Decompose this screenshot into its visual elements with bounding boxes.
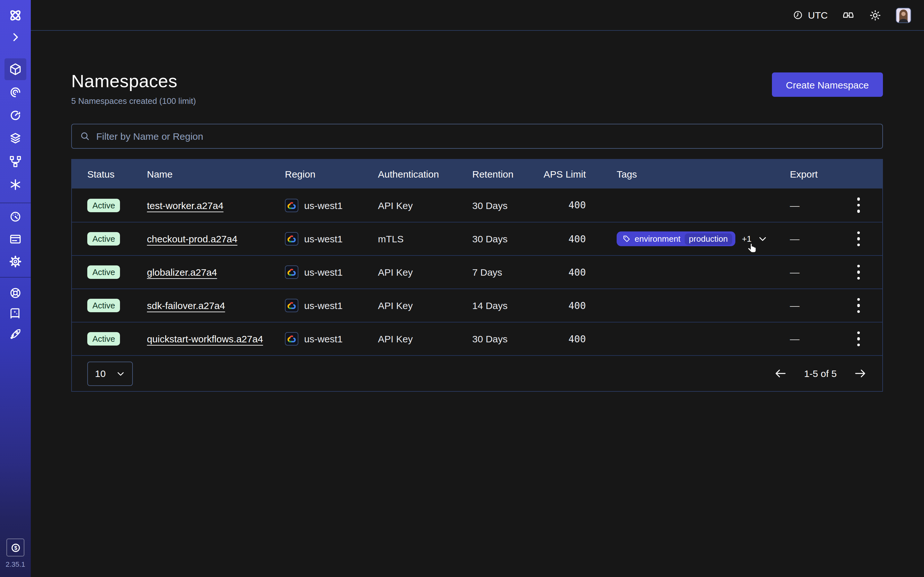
tags-cell: environment production +1 bbox=[586, 231, 758, 246]
app-root: $ 2.35.1 UTC bbox=[0, 0, 924, 577]
topbar: UTC bbox=[31, 0, 924, 31]
sidebar-item-spiral[interactable] bbox=[0, 85, 31, 99]
chevron-down-icon bbox=[116, 369, 125, 378]
aps-limit-cell: 400 bbox=[530, 233, 586, 245]
sidebar-item-layers[interactable] bbox=[0, 131, 31, 145]
sidebar-item-support[interactable] bbox=[0, 286, 31, 300]
lifebuoy-icon bbox=[8, 286, 23, 300]
namespace-link[interactable]: globalizer.a27a4 bbox=[147, 267, 217, 277]
aps-limit-cell: 400 bbox=[530, 333, 586, 345]
auth-cell: API Key bbox=[378, 267, 472, 277]
auth-cell: API Key bbox=[378, 300, 472, 311]
status-badge: Active bbox=[87, 299, 120, 312]
region-cell: us-west1 bbox=[285, 232, 378, 245]
namespace-link[interactable]: checkout-prod.a27a4 bbox=[147, 234, 237, 244]
arrow-right-icon bbox=[853, 367, 867, 380]
app-version: 2.35.1 bbox=[0, 560, 31, 568]
tags-overflow-count: +1 bbox=[742, 234, 752, 243]
spiral-icon bbox=[8, 85, 23, 99]
row-menu-button[interactable] bbox=[857, 332, 860, 347]
sidebar-item-docs[interactable] bbox=[0, 306, 31, 321]
temporal-logo-icon[interactable] bbox=[0, 7, 31, 24]
column-header-tags: Tags bbox=[586, 169, 758, 179]
sun-icon bbox=[869, 9, 882, 21]
search-icon bbox=[79, 131, 90, 142]
filter-input[interactable] bbox=[96, 131, 875, 142]
column-header-aps-limit: APS Limit bbox=[530, 169, 586, 179]
billing-badge-button[interactable]: $ bbox=[6, 538, 24, 556]
gcp-cloud-icon bbox=[285, 232, 298, 245]
region-cell: us-west1 bbox=[285, 266, 378, 279]
namespace-link[interactable]: sdk-failover.a27a4 bbox=[147, 300, 225, 311]
sidebar-item-getting-started[interactable] bbox=[0, 327, 31, 341]
row-menu-button[interactable] bbox=[857, 231, 860, 247]
sidebar-item-branch[interactable] bbox=[0, 155, 31, 169]
aps-limit-cell: 400 bbox=[530, 199, 586, 211]
sidebar-item-settings[interactable] bbox=[0, 255, 31, 269]
sidebar-divider bbox=[0, 203, 31, 203]
sidebar-item-asterisk[interactable] bbox=[0, 177, 31, 192]
auth-cell: API Key bbox=[378, 200, 472, 211]
page-size-select[interactable]: 10 bbox=[87, 361, 133, 386]
sidebar-expand-button[interactable] bbox=[0, 30, 31, 44]
row-menu-button[interactable] bbox=[857, 265, 860, 280]
status-badge: Active bbox=[87, 266, 120, 279]
glasses-icon bbox=[842, 9, 855, 21]
table-header: Status Name Region Authentication Retent… bbox=[72, 160, 882, 189]
filter-bar[interactable] bbox=[71, 124, 883, 149]
row-menu-button[interactable] bbox=[857, 298, 860, 313]
export-cell: — bbox=[758, 300, 835, 311]
create-namespace-button[interactable]: Create Namespace bbox=[772, 73, 883, 97]
gcp-cloud-icon bbox=[285, 299, 298, 312]
avatar[interactable] bbox=[896, 7, 911, 23]
page-subtitle: 5 Namespaces created (100 limit) bbox=[71, 96, 196, 106]
column-header-authentication: Authentication bbox=[378, 169, 472, 179]
table-footer: 10 1-5 of 5 bbox=[72, 355, 882, 391]
table-row: Active globalizer.a27a4 us-west1 bbox=[72, 255, 882, 288]
region-cell: us-west1 bbox=[285, 332, 378, 346]
auth-cell: mTLS bbox=[378, 234, 472, 244]
region-label: us-west1 bbox=[304, 200, 342, 211]
retention-cell: 30 Days bbox=[472, 334, 530, 344]
aps-limit-cell: 400 bbox=[530, 300, 586, 311]
labs-toggle-button[interactable] bbox=[842, 9, 855, 21]
namespace-link[interactable]: quickstart-workflows.a27a4 bbox=[147, 334, 263, 344]
auth-cell: API Key bbox=[378, 334, 472, 344]
table-row: Active test-worker.a27a4 us-west1 bbox=[72, 189, 882, 222]
page-content: Namespaces 5 Namespaces created (100 lim… bbox=[71, 31, 883, 392]
gcp-cloud-icon bbox=[285, 266, 298, 279]
prev-page-button[interactable] bbox=[774, 367, 787, 380]
retention-cell: 7 Days bbox=[472, 267, 530, 277]
aps-limit-cell: 400 bbox=[530, 266, 586, 278]
sidebar-item-gauge[interactable] bbox=[0, 210, 31, 224]
chevron-right-icon bbox=[10, 31, 21, 43]
region-label: us-west1 bbox=[304, 267, 342, 277]
column-header-export: Export bbox=[758, 169, 835, 179]
tag-pill[interactable]: environment production bbox=[617, 231, 736, 246]
gcp-cloud-icon bbox=[285, 332, 298, 346]
tag-key: environment bbox=[635, 234, 680, 243]
cube-namespaces-icon bbox=[8, 62, 23, 76]
sidebar-item-timer[interactable] bbox=[0, 108, 31, 122]
gcp-cloud-icon bbox=[285, 198, 298, 212]
sidebar-item-card[interactable] bbox=[0, 232, 31, 246]
namespace-link[interactable]: test-worker.a27a4 bbox=[147, 200, 223, 211]
region-label: us-west1 bbox=[304, 300, 342, 311]
rocket-icon bbox=[8, 327, 23, 341]
main-area: UTC bbox=[31, 0, 924, 577]
column-header-region: Region bbox=[285, 169, 378, 179]
tag-icon bbox=[622, 235, 631, 243]
pagination-range: 1-5 of 5 bbox=[804, 368, 837, 379]
timezone-selector[interactable]: UTC bbox=[792, 10, 828, 21]
theme-toggle-button[interactable] bbox=[869, 9, 882, 21]
retention-cell: 30 Days bbox=[472, 234, 530, 244]
sidebar-item-namespaces[interactable] bbox=[5, 58, 26, 80]
asterisk-icon bbox=[8, 177, 23, 192]
row-menu-button[interactable] bbox=[857, 198, 860, 213]
table-row: Active sdk-failover.a27a4 us-west1 bbox=[72, 288, 882, 322]
sidebar: $ 2.35.1 bbox=[0, 0, 31, 577]
export-cell: — bbox=[758, 334, 835, 344]
gear-icon bbox=[8, 255, 23, 269]
book-icon bbox=[8, 306, 23, 321]
next-page-button[interactable] bbox=[853, 367, 867, 380]
